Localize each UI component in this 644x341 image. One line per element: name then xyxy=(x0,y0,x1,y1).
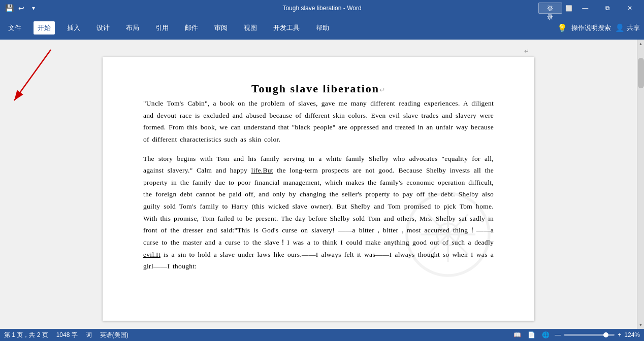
minimize-button[interactable]: — xyxy=(575,0,595,16)
above-page-return: ↵ xyxy=(103,48,534,55)
tab-review[interactable]: 审阅 xyxy=(210,21,232,35)
tab-design[interactable]: 设计 xyxy=(92,21,114,35)
lightbulb-icon: 💡 xyxy=(557,23,567,33)
scroll-down-arrow[interactable]: ▼ xyxy=(637,321,645,329)
title-bar: 💾 ↩ ▾ Tough slave liberation - Word 登录 ⬜… xyxy=(0,0,644,16)
status-right: 📖 📄 🌐 — + 124% xyxy=(512,330,640,339)
scroll-thumb[interactable] xyxy=(638,58,644,88)
paragraph-1: "Uncle Tom's Cabin", a book on the probl… xyxy=(143,97,494,146)
redo-icon[interactable]: ▾ xyxy=(28,3,39,13)
title-bar-right: 登录 ⬜ — ⧉ ✕ xyxy=(538,0,640,16)
tab-view[interactable]: 视图 xyxy=(240,21,261,35)
zoom-percent: 124% xyxy=(624,331,640,338)
print-view-btn[interactable]: 📄 xyxy=(526,330,536,339)
status-bar: 第 1 页，共 2 页 1048 字 词 英语(美国) 📖 📄 🌐 — + 12… xyxy=(0,329,644,341)
title-bar-left: 💾 ↩ ▾ xyxy=(4,3,106,13)
user-icon: 👤 xyxy=(615,23,625,32)
tab-mailings[interactable]: 邮件 xyxy=(181,21,202,35)
save-icon[interactable]: 💾 xyxy=(4,3,14,13)
vertical-scrollbar[interactable]: ▲ ▼ xyxy=(637,40,644,329)
undo-icon[interactable]: ↩ xyxy=(16,3,26,13)
life-but-link[interactable]: life.But xyxy=(251,166,273,174)
language: 英语(美国) xyxy=(100,331,128,339)
lang-indicator: 词 xyxy=(86,331,92,339)
zoom-slider[interactable] xyxy=(564,334,615,336)
tab-layout[interactable]: 布局 xyxy=(122,21,143,35)
tab-help[interactable]: 帮助 xyxy=(312,21,333,35)
tab-developer[interactable]: 开发工具 xyxy=(269,21,304,35)
zoom-in-btn[interactable]: + xyxy=(618,331,621,338)
document-area: ↵ Tough slave liberation↵ "Uncle Tom's C… xyxy=(0,40,644,329)
restore-button[interactable]: ⧉ xyxy=(597,0,618,16)
web-view-btn[interactable]: 🌐 xyxy=(540,330,551,339)
read-view-btn[interactable]: 📖 xyxy=(512,330,522,339)
window-title: Tough slave liberation - Word xyxy=(106,5,538,12)
paragraph-2: The story begins with Tom and his family… xyxy=(143,153,494,272)
page-title-area: Tough slave liberation↵ xyxy=(143,82,494,95)
ribbon-toggle-icon[interactable]: ⬜ xyxy=(564,3,573,13)
tab-insert[interactable]: 插入 xyxy=(63,21,84,35)
share-label[interactable]: 共享 xyxy=(627,23,640,32)
tab-file[interactable]: 文件 xyxy=(4,21,25,35)
search-label[interactable]: 操作说明搜索 xyxy=(571,23,611,32)
document-title: Tough slave liberation xyxy=(251,82,379,95)
zoom-control[interactable]: — + 124% xyxy=(555,331,640,338)
word-count: 1048 字 xyxy=(56,331,78,339)
ribbon-search-area: 💡 操作说明搜索 👤 共享 xyxy=(341,23,640,33)
login-button[interactable]: 登录 xyxy=(538,3,562,14)
zoom-thumb[interactable] xyxy=(603,332,608,337)
tab-references[interactable]: 引用 xyxy=(151,21,173,35)
share-area[interactable]: 👤 共享 xyxy=(615,23,640,32)
zoom-out-btn[interactable]: — xyxy=(555,331,561,338)
tab-home[interactable]: 开始 xyxy=(34,21,55,35)
document-page[interactable]: Tough slave liberation↵ "Uncle Tom's Cab… xyxy=(103,57,534,321)
close-button[interactable]: ✕ xyxy=(620,0,640,16)
scroll-up-arrow[interactable]: ▲ xyxy=(637,40,645,48)
evil-it-link[interactable]: evil.It xyxy=(143,251,160,258)
page-info: 第 1 页，共 2 页 xyxy=(4,331,48,339)
document-scroll: ↵ Tough slave liberation↵ "Uncle Tom's C… xyxy=(0,40,637,329)
